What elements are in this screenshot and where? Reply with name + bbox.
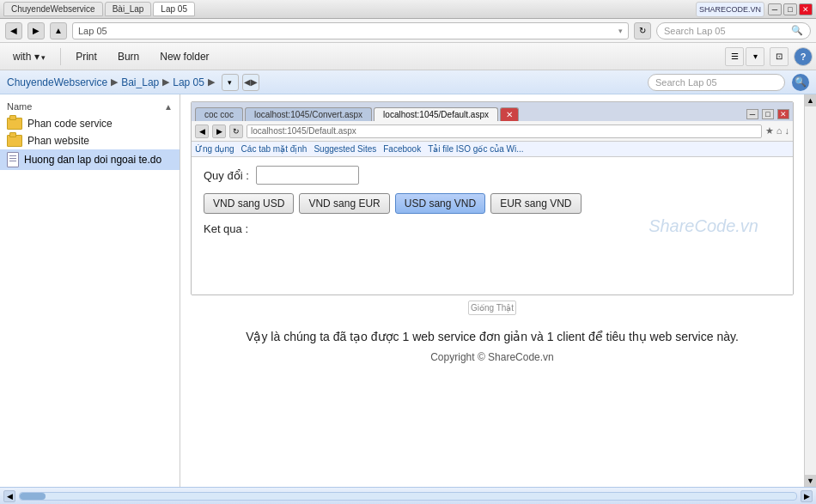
quy-doi-input[interactable] — [256, 166, 359, 185]
explorer-toolbar: with ▾ Print Burn New folder ☰ ▾ ⊡ ? — [0, 43, 816, 70]
browser-address-field[interactable]: localhost:1045/Default.aspx — [247, 124, 762, 138]
address-dropdown[interactable]: ▾ — [618, 27, 623, 35]
bookmark-facebook[interactable]: Facebook — [383, 144, 421, 154]
up-button[interactable]: ▲ — [50, 22, 67, 39]
quy-doi-row: Quy đổi : — [204, 166, 781, 185]
browser-maximize[interactable]: □ — [762, 109, 774, 119]
browser-win-controls: ─ □ ✕ — [746, 109, 789, 121]
search-box[interactable]: Search Lap 05 🔍 — [656, 22, 811, 39]
new-folder-button[interactable]: New folder — [150, 47, 218, 66]
tab-area: ChuyendeWebservice Bài_Lap Lap 05 — [3, 2, 692, 16]
browser-address-text: localhost:1045/Default.aspx — [251, 126, 356, 136]
print-button[interactable]: Print — [66, 47, 107, 66]
bookmark-iso[interactable]: Tải file ISO gốc của Wi... — [428, 144, 523, 154]
ket-qua-row: Ket qua : — [204, 222, 781, 235]
forward-button[interactable]: ▶ — [27, 22, 45, 39]
breadcrumb-bailap[interactable]: Bai_Lap — [121, 76, 159, 88]
refresh-button[interactable]: ↻ — [634, 22, 651, 39]
status-bar: ◀ ▶ — [0, 487, 816, 504]
bottom-description: Vậy là chúng ta đã tạo được 1 web servic… — [194, 327, 790, 346]
toolbar-sep-1 — [60, 48, 61, 65]
sharecode-logo: SHARECODE.VN — [696, 2, 764, 17]
folder-icon-website — [7, 135, 22, 147]
bookmark-ungdung[interactable]: Ứng dụng — [195, 144, 234, 154]
breadcrumb-row: ChuyendeWebservice ▶ Bai_Lap ▶ Lap 05 ▶ … — [0, 70, 816, 94]
ket-qua-label: Ket qua : — [204, 222, 248, 235]
view-grid-button[interactable]: ⊡ — [770, 47, 789, 66]
btn-usd-vnd[interactable]: USD sang VND — [395, 193, 485, 214]
sidebar-item-website[interactable]: Phan website — [0, 132, 180, 149]
sidebar: Name ▲ Phan code service Phan website Hu… — [0, 94, 180, 487]
browser-bookmarks: Ứng dụng Các tab mặt định Suggested Site… — [192, 142, 793, 157]
hscroll-track[interactable] — [19, 492, 797, 501]
view-icon-dropdown[interactable]: ▾ — [746, 47, 764, 66]
bottom-badge: Giống Thật — [468, 301, 516, 315]
bottom-text-area: Vậy là chúng ta đã tạo được 1 web servic… — [180, 320, 804, 375]
back-button[interactable]: ◀ — [5, 22, 22, 39]
browser-tab-close[interactable]: ✕ — [500, 107, 519, 121]
breadcrumb-lap05[interactable]: Lap 05 — [173, 76, 204, 88]
hscroll-right[interactable]: ▶ — [801, 490, 813, 502]
quy-doi-label: Quy đổi : — [204, 169, 249, 182]
sidebar-item-huong-dan[interactable]: Huong dan lap doi ngoai te.do — [0, 149, 180, 170]
minimize-button[interactable]: ─ — [768, 3, 782, 15]
right-scrollbar[interactable]: ▲ ▼ — [804, 94, 816, 487]
window-chrome: ChuyendeWebservice Bài_Lap Lap 05 SHAREC… — [0, 0, 816, 19]
btn-vnd-eur[interactable]: VND sang EUR — [299, 193, 389, 214]
browser-addr-row: ◀ ▶ ↻ localhost:1045/Default.aspx ★ ⌂ ↓ — [192, 121, 793, 142]
sidebar-header: Name ▲ — [0, 100, 180, 115]
toolbar-right: ☰ ▾ ⊡ ? — [725, 47, 813, 66]
breadcrumb-search-icon[interactable]: 🔍 — [792, 74, 809, 91]
address-box[interactable]: Lap 05 ▾ — [72, 22, 629, 39]
search-icon[interactable]: 🔍 — [791, 25, 803, 36]
sidebar-label-code-service: Phan code service — [27, 118, 113, 130]
tab-bailap[interactable]: Bài_Lap — [105, 2, 152, 16]
breadcrumb-chuyende[interactable]: ChuyendeWebservice — [7, 76, 107, 88]
scroll-track[interactable] — [805, 106, 817, 475]
hscroll-left[interactable]: ◀ — [3, 490, 15, 502]
sidebar-collapse[interactable]: ▲ — [164, 102, 173, 112]
status-left: ◀ ▶ — [3, 490, 813, 502]
close-button[interactable]: ✕ — [799, 3, 813, 15]
browser-forward[interactable]: ▶ — [212, 124, 226, 138]
browser-mini-icons: ★ ⌂ ↓ — [765, 125, 789, 137]
browser-home-icon[interactable]: ⌂ — [776, 125, 783, 137]
btn-vnd-usd[interactable]: VND sang USD — [204, 193, 294, 214]
sidebar-label-huong-dan: Huong dan lap doi ngoai te.do — [24, 154, 161, 166]
scroll-up-arrow[interactable]: ▲ — [805, 94, 817, 106]
browser-tab-default[interactable]: localhost:1045/Default.aspx — [374, 107, 498, 121]
scroll-down-arrow[interactable]: ▼ — [805, 475, 817, 487]
tab-lap05[interactable]: Lap 05 — [153, 2, 195, 16]
browser-back[interactable]: ◀ — [195, 124, 209, 138]
browser-minimize[interactable]: ─ — [746, 109, 758, 119]
breadcrumb-sep-2: ▶ — [162, 76, 169, 88]
with-button[interactable]: with ▾ — [3, 47, 55, 66]
copyright-text: Copyright © ShareCode.vn — [194, 349, 790, 366]
browser-preview: coc coc localhost:1045/Convert.aspx loca… — [191, 101, 794, 295]
sidebar-label-website: Phan website — [27, 135, 89, 147]
bookmark-suggested[interactable]: Suggested Sites — [314, 144, 376, 154]
breadcrumb-dropdown[interactable]: ▾ — [222, 74, 239, 91]
maximize-button[interactable]: □ — [783, 3, 797, 15]
view-icons: ☰ ▾ — [725, 47, 764, 66]
browser-close[interactable]: ✕ — [777, 109, 789, 119]
bookmark-tab-mac-dinh[interactable]: Các tab mặt định — [241, 144, 308, 154]
browser-star-icon[interactable]: ★ — [765, 125, 774, 137]
address-bar-row: ◀ ▶ ▲ Lap 05 ▾ ↻ Search Lap 05 🔍 — [0, 19, 816, 43]
address-text: Lap 05 — [78, 26, 107, 36]
help-button[interactable]: ? — [794, 47, 813, 66]
breadcrumb-search[interactable]: Search Lap 05 — [648, 74, 785, 91]
breadcrumb-sep-3: ▶ — [208, 76, 215, 88]
browser-tab-convert[interactable]: localhost:1045/Convert.aspx — [245, 107, 372, 121]
browser-tab-coccoc[interactable]: coc coc — [195, 107, 243, 121]
breadcrumb-back-arrow[interactable]: ◀▶ — [242, 74, 259, 91]
browser-download-icon[interactable]: ↓ — [785, 125, 790, 137]
browser-refresh[interactable]: ↻ — [229, 124, 243, 138]
breadcrumb-sep-1: ▶ — [111, 76, 118, 88]
burn-button[interactable]: Burn — [108, 47, 149, 66]
tab-chuyende[interactable]: ChuyendeWebservice — [3, 2, 103, 16]
doc-icon-huong-dan — [7, 152, 19, 167]
btn-eur-vnd[interactable]: EUR sang VND — [490, 193, 581, 214]
view-list-button[interactable]: ☰ — [725, 47, 744, 66]
sidebar-item-code-service[interactable]: Phan code service — [0, 115, 180, 132]
